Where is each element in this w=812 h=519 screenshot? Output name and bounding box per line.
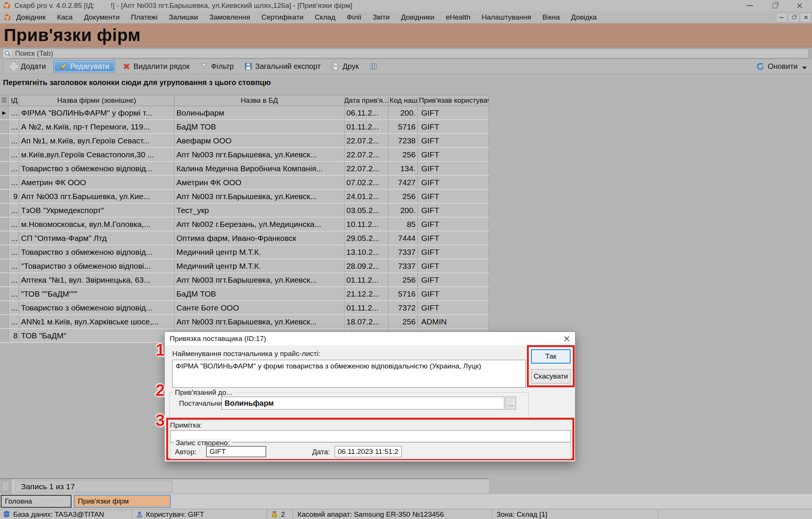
cell-id: ... xyxy=(9,315,19,328)
menu-item[interactable]: Довідники xyxy=(401,13,434,21)
column-header-name[interactable]: Назва фірми (зовнішнє) xyxy=(19,95,175,106)
menu-item[interactable]: Довідка xyxy=(571,13,596,21)
edit-button[interactable]: Редагувати xyxy=(53,61,115,72)
menu-item[interactable]: Замовлення xyxy=(209,13,250,21)
cell-date: 29.05.2... xyxy=(345,231,389,245)
menu-item[interactable]: Склад xyxy=(315,13,335,21)
cell-user: GIFT xyxy=(418,106,489,119)
search-icon xyxy=(3,49,13,58)
menu-item[interactable]: Довідник xyxy=(16,13,46,21)
column-header-user[interactable]: Прив'язав користувач xyxy=(418,95,489,106)
cell-db: Калина Медична Виробнича Компанія... xyxy=(175,162,345,175)
table-row[interactable]: ... м.Новомосковськ, вул.М.Головка,... А… xyxy=(0,218,489,231)
delete-x-icon xyxy=(123,62,131,70)
table-row[interactable]: 9 Апт №003 пгт.Барышевка, ул.Кие... Апт … xyxy=(0,190,489,204)
cell-db: Апт №003 пгт.Барышевка, ул.Киевск... xyxy=(175,148,345,161)
cell-code: 256 xyxy=(389,273,418,286)
cell-id: ... xyxy=(9,106,19,119)
refresh-dropdown-caret[interactable] xyxy=(802,67,807,69)
cell-date: 01.11.2... xyxy=(345,273,389,286)
tab-main[interactable]: Головна xyxy=(1,495,71,508)
table-row[interactable]: ... Аметрин ФК ООО Аметрин ФК ООО 07.02.… xyxy=(0,176,489,190)
refresh-button-label: Оновити xyxy=(768,62,798,71)
row-marker-cell xyxy=(0,287,9,300)
column-header-id[interactable]: ІД xyxy=(9,95,19,106)
table-row[interactable]: ... А №2, м.Київ, пр-т Перемоги, 119... … xyxy=(0,120,489,134)
wallet-icon xyxy=(271,511,278,518)
status-user-label: Користувач: GIFT xyxy=(146,510,204,519)
author-input[interactable] xyxy=(206,446,266,457)
table-row[interactable]: ... Товариство з обмеженою відповід... К… xyxy=(0,162,489,176)
table-row[interactable]: ... "ТОВ ""БаДМ""" БаДМ ТОВ 21.12.2... 5… xyxy=(0,287,489,301)
table-row[interactable]: ... ТзОВ "Укрмедекспорт" Тест_укр 03.05.… xyxy=(0,204,489,218)
search-box xyxy=(3,49,809,58)
cell-name: ФІРМА "ВОЛИНЬФАРМ" у формі т... xyxy=(19,106,175,119)
menu-item[interactable]: Філії xyxy=(347,13,361,21)
tab-firm-bindings[interactable]: Прив'язки фірм xyxy=(74,495,171,508)
date-input[interactable] xyxy=(335,446,402,457)
table-row[interactable]: ... Товариство з обмеженою відповід... М… xyxy=(0,245,489,259)
filter-button[interactable]: Фільтр xyxy=(197,61,237,72)
close-button[interactable] xyxy=(787,0,812,11)
cell-db: Волиньфарм xyxy=(175,106,345,119)
table-row[interactable]: ... СП "Оптима-Фарм" Лтд Оптима фарм, Ив… xyxy=(0,231,489,245)
column-header-date[interactable]: Дата прив'я... xyxy=(345,95,389,106)
table-row[interactable]: ▶ ... ФІРМА "ВОЛИНЬФАРМ" у формі т... Во… xyxy=(0,106,489,120)
cell-user: GIFT xyxy=(418,231,489,245)
menu-item[interactable]: Документи xyxy=(84,13,120,21)
group-by-hint: Перетягніть заголовок колонки сюди для у… xyxy=(3,78,271,87)
author-label: Автор: xyxy=(175,448,196,456)
cell-code: 7372 xyxy=(389,301,418,314)
refresh-button[interactable]: Оновити xyxy=(756,62,807,71)
menu-logo-icon xyxy=(4,14,11,21)
table-row[interactable]: ... м.Київ,вул.Героїв Севастополя,30 ...… xyxy=(0,148,489,162)
table-row[interactable]: ... Товариство з обмеженою відповід... С… xyxy=(0,301,489,315)
menu-item[interactable]: Звіти xyxy=(373,13,390,21)
maximize-button[interactable] xyxy=(762,0,787,11)
table-row[interactable]: ... Аптека "№1, вул. Звіринецька, 63... … xyxy=(0,273,489,287)
menu-item[interactable]: Каса xyxy=(57,13,73,21)
minimize-button[interactable] xyxy=(738,0,762,11)
supplier-name-textarea[interactable]: ФІРМА "ВОЛИНЬФАРМ" у формі товариства з … xyxy=(172,360,526,388)
column-header-db[interactable]: Назва в БД xyxy=(175,95,345,106)
cell-name: Товариство з обмеженою відповід... xyxy=(19,245,175,259)
delete-row-button[interactable]: Видалити рядок xyxy=(120,61,193,72)
menu-item[interactable]: Вікна xyxy=(542,13,560,21)
close-x-icon xyxy=(564,336,570,342)
add-button[interactable]: Додати xyxy=(7,61,49,72)
menu-item[interactable]: Налаштування xyxy=(482,13,531,21)
columns-button[interactable] xyxy=(366,61,380,72)
row-marker-cell xyxy=(0,273,9,286)
supplier-input[interactable] xyxy=(222,397,504,409)
row-marker-cell xyxy=(0,204,9,217)
table-row[interactable]: ... "Товариство з обмеженою відпові... М… xyxy=(0,259,489,273)
mdi-close-button[interactable] xyxy=(800,13,811,22)
row-marker-header[interactable] xyxy=(0,95,9,106)
menu-item[interactable]: Залишки xyxy=(169,13,198,21)
column-header-code[interactable]: Код наш xyxy=(389,95,418,106)
dialog-close-button[interactable] xyxy=(559,332,575,346)
cell-id: ... xyxy=(9,120,19,133)
row-marker-cell xyxy=(0,134,9,147)
mdi-minimize-button[interactable] xyxy=(776,13,787,22)
row-marker-cell xyxy=(0,301,9,314)
table-row[interactable]: ... АN№1 м.Київ, вул.Харківське шосе,...… xyxy=(0,315,489,329)
cell-date: 22.07.2... xyxy=(345,162,389,175)
cell-id: ... xyxy=(9,231,19,245)
print-button[interactable]: Друк xyxy=(328,61,362,72)
table-row[interactable]: ... Ап №1, м.Київ, вул.Героїв Севаст... … xyxy=(0,134,489,148)
cell-code: 5716 xyxy=(389,120,418,133)
browse-button[interactable]: ... xyxy=(505,397,516,409)
annotation-number-3: 3 xyxy=(152,411,168,430)
toolbar-grip[interactable] xyxy=(2,62,4,72)
row-marker-cell xyxy=(0,190,9,203)
cell-name: Аптека "№1, вул. Звіринецька, 63... xyxy=(19,273,175,286)
menu-item[interactable]: Сертифікати xyxy=(261,13,304,21)
search-input[interactable] xyxy=(13,49,809,58)
status-cash-register: Касовий апарат: Samsung ER-350 №123456 xyxy=(293,509,492,519)
menu-item[interactable]: Платежі xyxy=(131,13,158,21)
menu-item[interactable]: eHealth xyxy=(446,13,471,21)
mdi-restore-button[interactable] xyxy=(788,13,799,22)
export-button[interactable]: Загальний експорт xyxy=(241,61,324,72)
cell-id: ... xyxy=(9,148,19,161)
